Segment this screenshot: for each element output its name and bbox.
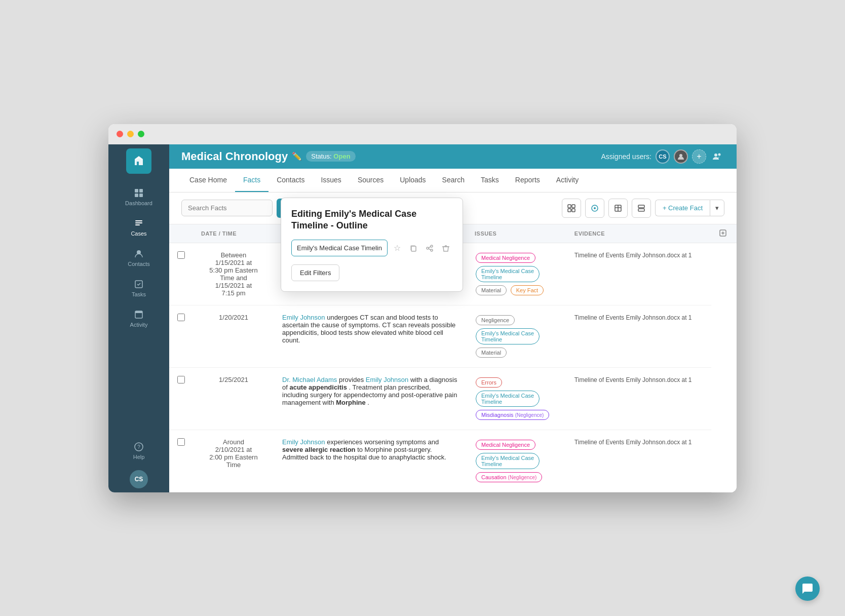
row-1-checkbox-cell <box>169 243 193 305</box>
assigned-users-label: Assigned users: <box>601 152 651 161</box>
col-checkbox <box>169 224 193 243</box>
row-2-checkbox-cell <box>169 305 193 367</box>
tab-reports[interactable]: Reports <box>507 169 548 192</box>
close-button[interactable] <box>117 131 123 137</box>
issue-tag-medical-negligence[interactable]: Medical Negligence <box>476 253 535 263</box>
svg-rect-5 <box>135 222 142 223</box>
svg-rect-25 <box>638 205 644 208</box>
issue-tag-causation[interactable]: Causation (Negligence) <box>476 472 542 482</box>
tab-sources[interactable]: Sources <box>350 169 392 192</box>
fact-bold-appendicitis: acute appendicitis <box>289 383 347 391</box>
sidebar-help-label: Help <box>133 454 145 460</box>
issue-tag-emilys-timeline-3[interactable]: Emily's Medical CaseTimeline <box>476 391 540 407</box>
svg-point-30 <box>431 249 433 251</box>
evidence-link-3: Timeline of Events Emily Johnson.docx at… <box>574 376 692 383</box>
fact-text-3a: provides <box>339 376 366 383</box>
manage-users-button[interactable] <box>710 149 724 164</box>
issue-tag-emilys-timeline[interactable]: Emily's Medical CaseTimeline <box>476 266 540 282</box>
sidebar-dashboard-label: Dashboard <box>125 200 152 206</box>
row-4-date: Around2/10/2021 at2:00 pm EasternTime <box>193 430 274 492</box>
create-fact-button[interactable]: + Create Fact <box>655 200 710 216</box>
row-3-checkbox-cell <box>169 367 193 430</box>
issue-tag-emilys-timeline-4[interactable]: Emily's Medical CaseTimeline <box>476 453 540 469</box>
fact-link-emily-3[interactable]: Emily Johnson <box>366 376 409 383</box>
row-1-checkbox[interactable] <box>177 251 185 259</box>
popup-copy-icon[interactable] <box>407 241 420 256</box>
status-value: Open <box>333 152 350 160</box>
tab-search[interactable]: Search <box>434 169 473 192</box>
sidebar-item-tasks[interactable]: Tasks <box>108 273 169 303</box>
row-4-issues: Medical Negligence Emily's Medical CaseT… <box>467 430 566 492</box>
sidebar-item-activity[interactable]: Activity <box>108 303 169 334</box>
table-row: 1/20/2021 Emily Johnson undergoes CT sca… <box>169 305 737 367</box>
popup-name-input[interactable] <box>291 240 388 256</box>
sidebar-item-dashboard[interactable]: Dashboard <box>108 182 169 212</box>
chat-button[interactable] <box>795 576 820 601</box>
view-icon-button-4[interactable] <box>632 199 651 218</box>
add-user-button[interactable]: + <box>692 149 706 164</box>
maximize-button[interactable] <box>138 131 144 137</box>
tab-activity[interactable]: Activity <box>548 169 587 192</box>
tab-uploads[interactable]: Uploads <box>392 169 434 192</box>
svg-rect-19 <box>572 209 575 212</box>
svg-point-28 <box>427 247 429 249</box>
row-2-checkbox[interactable] <box>177 314 185 321</box>
sidebar-item-help[interactable]: ? Help <box>130 436 148 466</box>
svg-rect-3 <box>139 194 143 197</box>
create-fact-btn-group: + Create Fact ▾ <box>655 200 724 216</box>
tab-contacts[interactable]: Contacts <box>268 169 313 192</box>
fact-link-emily-4[interactable]: Emily Johnson <box>282 438 325 446</box>
issue-tag-key-fact[interactable]: Key Fact <box>511 285 544 295</box>
edit-filters-button[interactable]: Edit Filters <box>291 264 339 281</box>
issue-tag-medical-negligence-4[interactable]: Medical Negligence <box>476 440 535 450</box>
popup-delete-icon[interactable] <box>439 241 452 256</box>
evidence-link-1: Timeline of Events Emily Johnson.docx at… <box>574 252 692 259</box>
tab-facts[interactable]: Facts <box>235 169 268 192</box>
user-avatar-button[interactable] <box>674 149 688 164</box>
issue-tag-material-1[interactable]: Material <box>476 285 507 295</box>
col-date-time: DATE / TIME <box>193 224 274 243</box>
svg-rect-4 <box>135 220 142 221</box>
main-content: Medical Chronology ✏️ Status: Open Assig… <box>169 144 737 492</box>
popup-star-icon[interactable]: ☆ <box>391 241 404 256</box>
evidence-link-4: Timeline of Events Emily Johnson.docx at… <box>574 439 692 446</box>
row-4-fact: Emily Johnson experiences worsening symp… <box>274 430 467 492</box>
issue-tag-negligence[interactable]: Negligence <box>476 315 515 325</box>
issue-tag-misdiagnosis[interactable]: Misdiagnosis (Negligence) <box>476 410 549 420</box>
row-4-checkbox[interactable] <box>177 438 185 446</box>
sidebar-user-avatar[interactable]: CS <box>130 470 148 488</box>
view-icon-button-1[interactable] <box>562 199 581 218</box>
popup-share-icon[interactable] <box>423 241 436 256</box>
header-left: Medical Chronology ✏️ Status: Open <box>181 150 356 163</box>
svg-rect-10 <box>135 311 142 313</box>
tab-case-home[interactable]: Case Home <box>181 169 235 192</box>
evidence-link-2: Timeline of Events Emily Johnson.docx at… <box>574 314 692 321</box>
sidebar-item-contacts[interactable]: Contacts <box>108 243 169 273</box>
minimize-button[interactable] <box>127 131 134 137</box>
tab-issues[interactable]: Issues <box>313 169 349 192</box>
issue-tag-errors[interactable]: Errors <box>476 377 502 388</box>
issue-tag-material-2[interactable]: Material <box>476 348 507 358</box>
row-2-evidence: Timeline of Events Emily Johnson.docx at… <box>566 305 711 367</box>
table-row: 1/25/2021 Dr. Michael Adams provides Emi… <box>169 367 737 430</box>
issue-tag-emilys-timeline-2[interactable]: Emily's Medical CaseTimeline <box>476 328 540 344</box>
sidebar-item-cases[interactable]: Cases <box>108 212 169 243</box>
fact-link-emily-2[interactable]: Emily Johnson <box>282 314 325 321</box>
header-right: Assigned users: CS + <box>601 149 724 164</box>
row-3-date: 1/25/2021 <box>193 367 274 430</box>
row-1-issues: Medical Negligence Emily's Medical CaseT… <box>467 243 566 305</box>
row-4-checkbox-cell <box>169 430 193 492</box>
row-1-date: Between1/15/2021 at5:30 pm EasternTime a… <box>193 243 274 305</box>
svg-rect-17 <box>572 205 575 208</box>
fact-link-dr-adams[interactable]: Dr. Michael Adams <box>282 376 337 383</box>
search-input[interactable] <box>181 200 273 216</box>
row-3-fact: Dr. Michael Adams provides Emily Johnson… <box>274 367 467 430</box>
row-3-checkbox[interactable] <box>177 376 185 383</box>
row-3-issues: Errors Emily's Medical CaseTimeline Misd… <box>467 367 566 430</box>
view-icon-button-2[interactable] <box>585 199 604 218</box>
edit-case-title-button[interactable]: ✏️ <box>292 151 302 161</box>
create-fact-dropdown-button[interactable]: ▾ <box>710 200 724 216</box>
app-logo[interactable] <box>126 148 151 174</box>
tab-tasks[interactable]: Tasks <box>473 169 507 192</box>
view-icon-button-3[interactable] <box>608 199 628 218</box>
